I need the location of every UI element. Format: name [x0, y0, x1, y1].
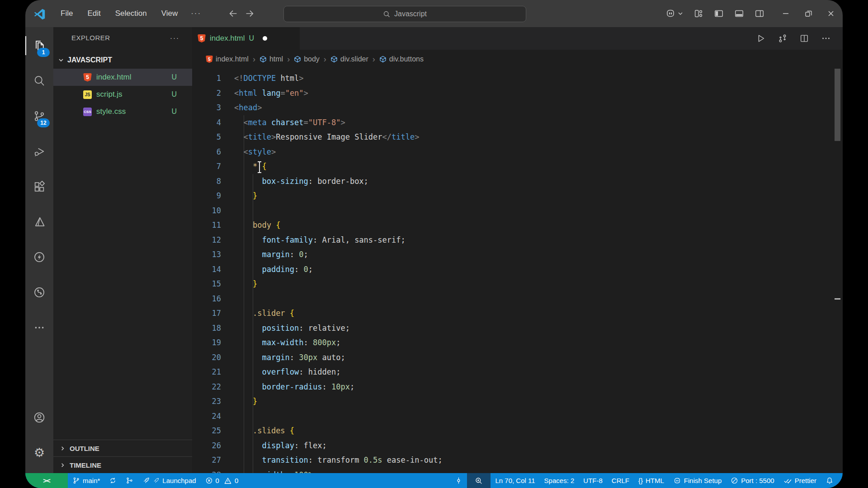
live-server-port-button[interactable]: Port : 5500: [726, 473, 778, 488]
file-item-style-css[interactable]: CSS style.css U: [53, 103, 192, 120]
workspace-folder-header[interactable]: JAVASCRIPT: [53, 52, 192, 69]
git-graph-icon: [126, 477, 133, 484]
activity-source-control[interactable]: 12: [25, 99, 53, 134]
eol-sequence[interactable]: CRLF: [607, 473, 634, 488]
breadcrumb-label: body: [304, 55, 320, 63]
customize-layout-icon[interactable]: [693, 9, 703, 19]
code-line: 12 font-family: Arial, sans-serif;: [192, 233, 843, 248]
git-branch-item[interactable]: main*: [68, 473, 104, 488]
breadcrumb-div-slider[interactable]: div.slider: [330, 55, 368, 63]
zoom-status-button[interactable]: [467, 473, 491, 488]
port-label: Port : 5500: [741, 477, 774, 484]
bell-icon: [826, 477, 834, 485]
line-content: }: [234, 397, 257, 406]
spaces-label: Spaces: 2: [544, 477, 575, 484]
code-line: 11 body {: [192, 218, 843, 233]
title-bar-right: [665, 0, 835, 27]
menu-more-button[interactable]: ···: [186, 7, 206, 20]
tab-label: index.html: [210, 34, 245, 43]
notifications-button[interactable]: [821, 473, 838, 488]
language-mode[interactable]: {} HTML: [634, 473, 669, 488]
file-item-script-js[interactable]: JS script.js U: [53, 86, 192, 103]
line-number: 13: [192, 247, 221, 262]
code-line: 14 padding: 0;: [192, 262, 843, 277]
launchpad-button[interactable]: Launchpad: [138, 473, 200, 488]
sidebar-more-button[interactable]: ···: [170, 34, 179, 42]
minimize-button[interactable]: [781, 9, 790, 18]
remote-indicator[interactable]: ><: [25, 473, 68, 488]
title-bar: File Edit Selection View ··· Javascript: [25, 0, 843, 27]
close-button[interactable]: [826, 9, 835, 18]
activity-explorer[interactable]: 1: [25, 28, 53, 63]
language-label: HTML: [646, 477, 664, 484]
symbol-cube-icon: [379, 56, 387, 63]
toggle-panel-icon[interactable]: [734, 9, 744, 19]
line-content: max-width: 800px;: [234, 338, 340, 347]
breadcrumb-file[interactable]: 5 index.html: [206, 55, 249, 63]
back-arrow-icon[interactable]: [228, 9, 238, 19]
code-editor[interactable]: 1<!DOCTYPE html>2<html lang="en">3<head>…: [192, 69, 843, 473]
open-changes-icon[interactable]: [778, 33, 788, 43]
unsaved-dot-icon[interactable]: [263, 36, 267, 41]
timeline-label: TIMELINE: [70, 461, 101, 469]
forward-arrow-icon[interactable]: [245, 9, 255, 19]
command-center-search[interactable]: Javascript: [283, 6, 526, 22]
commit-node-icon: [455, 477, 462, 484]
outline-section[interactable]: OUTLINE: [53, 440, 192, 456]
breadcrumb-div-buttons[interactable]: div.buttons: [379, 55, 424, 63]
restore-button[interactable]: [804, 9, 813, 18]
line-content: font-family: Arial, sans-serif;: [234, 235, 406, 244]
activity-search[interactable]: [25, 63, 53, 99]
breadcrumb-html[interactable]: html: [259, 55, 283, 63]
activity-extensions[interactable]: [25, 169, 53, 204]
code-line: 7 * {: [192, 159, 843, 174]
line-number: 11: [192, 218, 221, 233]
line-number: 1: [192, 71, 221, 86]
timeline-section[interactable]: TIMELINE: [53, 456, 192, 473]
menu-edit[interactable]: Edit: [81, 7, 106, 20]
breadcrumb-label: index.html: [216, 55, 249, 63]
settings-button[interactable]: ⚙: [25, 435, 53, 470]
breadcrumb-body[interactable]: body: [294, 55, 320, 63]
activity-prism-extension[interactable]: [25, 204, 53, 239]
git-graph-button[interactable]: [121, 473, 138, 488]
double-check-icon: [783, 476, 792, 485]
workspace-name: JAVASCRIPT: [67, 56, 112, 64]
more-actions-button[interactable]: [821, 33, 831, 43]
commit-node-button[interactable]: [450, 473, 467, 488]
tab-index-html[interactable]: 5 index.html U: [192, 27, 300, 50]
run-file-button[interactable]: [756, 33, 766, 43]
menu-selection[interactable]: Selection: [109, 7, 153, 20]
code-line: 18 position: relative;: [192, 321, 843, 336]
activity-git-graph[interactable]: [25, 275, 53, 310]
css-file-icon: CSS: [83, 108, 92, 116]
prettier-button[interactable]: Prettier: [779, 473, 821, 488]
branch-name: main*: [83, 477, 100, 484]
cursor-position[interactable]: Ln 70, Col 11: [491, 473, 539, 488]
symbol-cube-icon: [259, 56, 267, 63]
status-bar-right: Ln 70, Col 11 Spaces: 2 UTF-8 CRLF {} HT…: [450, 473, 843, 488]
menu-file[interactable]: File: [55, 7, 79, 20]
copilot-setup-button[interactable]: Finish Setup: [669, 473, 726, 488]
copilot-icon: [673, 477, 681, 485]
account-button[interactable]: [25, 400, 53, 435]
copilot-menu[interactable]: [665, 8, 683, 19]
sync-changes-button[interactable]: [104, 473, 121, 488]
editor-scrollbar[interactable]: [835, 69, 840, 141]
activity-thunder-client[interactable]: [25, 239, 53, 275]
chevron-down-icon: [58, 57, 64, 63]
split-editor-button[interactable]: [799, 33, 809, 43]
encoding[interactable]: UTF-8: [579, 473, 607, 488]
indentation[interactable]: Spaces: 2: [540, 473, 579, 488]
html-file-icon: 5: [83, 73, 92, 82]
toggle-primary-sidebar-icon[interactable]: [714, 9, 724, 19]
problems-button[interactable]: 0 0: [201, 473, 243, 488]
file-item-index-html[interactable]: 5 index.html U: [53, 69, 192, 86]
git-status-badge: U: [171, 90, 177, 99]
menu-view[interactable]: View: [156, 7, 184, 20]
code-line: 24: [192, 409, 843, 424]
toggle-secondary-sidebar-icon[interactable]: [755, 9, 764, 19]
line-content: transition: transform 0.5s ease-in-out;: [234, 455, 443, 465]
activity-more[interactable]: [25, 310, 53, 345]
activity-run-debug[interactable]: [25, 134, 53, 169]
